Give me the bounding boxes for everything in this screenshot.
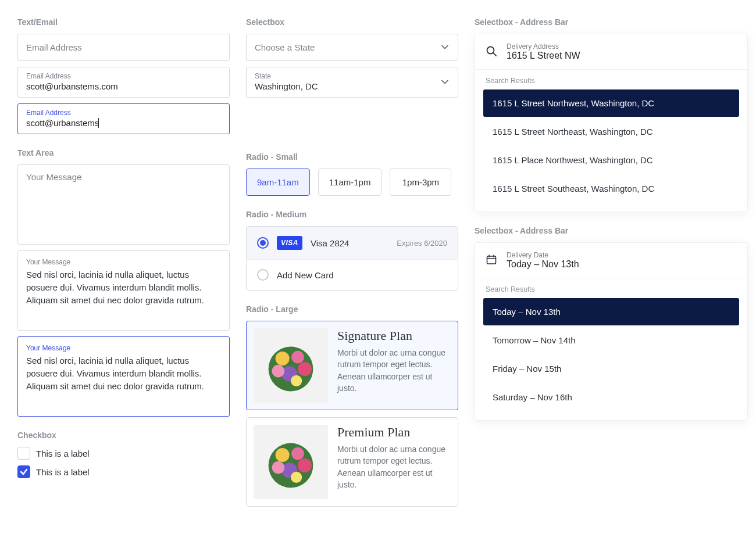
placeholder-text: Email Address [26, 42, 82, 52]
svg-point-2 [291, 351, 304, 364]
svg-point-13 [291, 472, 302, 483]
plan-title: Signature Plan [337, 328, 451, 343]
checkbox-label: This is a label [36, 467, 90, 477]
radio-add-card[interactable]: Add New Card [247, 259, 458, 290]
radio-dot-icon [257, 237, 269, 249]
chevron-down-icon [440, 77, 450, 88]
plan-title: Premium Plan [337, 425, 451, 440]
radio-medium-heading: Radio - Medium [246, 210, 458, 219]
chevron-down-icon [440, 42, 450, 53]
field-value: scott@urbanstems [26, 118, 99, 128]
svg-point-9 [291, 447, 304, 460]
svg-point-1 [276, 352, 290, 365]
radio-plan-signature[interactable]: Signature Plan Morbi ut dolor ac urna co… [246, 321, 458, 410]
field-label: Delivery Date [507, 251, 579, 259]
field-label: Your Message [26, 258, 221, 266]
search-icon [486, 45, 497, 59]
text-cursor [98, 118, 99, 128]
textarea-focused[interactable]: Your Message Sed nisl orci, lacinia id n… [17, 336, 230, 417]
field-value: 1615 L Street NW [507, 51, 580, 61]
field-value: Today – Nov 13th [507, 259, 579, 270]
card-label: Visa 2824 [311, 238, 388, 248]
radio-small-heading: Radio - Small [246, 152, 458, 162]
select-state-empty[interactable]: Choose a State [246, 34, 458, 61]
address-bar-heading: Selectbox - Address Bar [475, 17, 748, 27]
visa-badge-icon: VISA [277, 236, 302, 250]
svg-point-10 [298, 458, 312, 472]
svg-rect-16 [487, 256, 496, 264]
address-result[interactable]: 1615 L Place Northwest, Washington, DC [483, 146, 739, 174]
svg-point-3 [298, 362, 312, 376]
field-value: scott@urbanstems.com [26, 81, 118, 91]
radio-large-heading: Radio - Large [246, 304, 458, 314]
card-expiry: Expires 6/2020 [397, 239, 447, 248]
date-result[interactable]: Today – Nov 13th [483, 298, 739, 325]
field-value: Washington, DC [255, 81, 318, 91]
textarea-heading: Text Area [17, 148, 230, 157]
checkbox-label: This is a label [36, 449, 90, 458]
email-empty-field[interactable]: Email Address [17, 34, 230, 61]
email-filled-field[interactable]: Email Address scott@urbanstems.com [17, 67, 230, 98]
checkbox-unchecked[interactable] [17, 447, 30, 460]
field-label: Delivery Address [507, 42, 580, 51]
radio-time-1[interactable]: 9am-11am [246, 169, 310, 196]
placeholder-text: Your Message [26, 172, 81, 182]
results-heading: Search Results [475, 278, 747, 298]
field-label: Your Message [26, 344, 221, 352]
bouquet-image-icon [254, 425, 328, 499]
radio-card-visa[interactable]: VISA Visa 2824 Expires 6/2020 [247, 227, 458, 259]
add-card-label: Add New Card [277, 270, 447, 280]
radio-dot-icon [257, 269, 269, 281]
svg-line-15 [493, 53, 496, 56]
textarea-filled[interactable]: Your Message Sed nisl orci, lacinia id n… [17, 250, 230, 331]
plan-desc: Morbi ut dolor ac urna congue rutrum tem… [337, 347, 451, 394]
field-value: Sed nisl orci, lacinia id nulla aliquet,… [26, 354, 221, 392]
date-result[interactable]: Saturday – Nov 16th [483, 383, 739, 411]
field-label: Email Address [26, 72, 221, 80]
text-email-heading: Text/Email [17, 17, 230, 27]
address-result[interactable]: 1615 L Street Southeast, Washington, DC [483, 175, 739, 202]
placeholder-text: Choose a State [255, 42, 315, 52]
field-value: Sed nisl orci, lacinia id nulla aliquet,… [26, 268, 221, 306]
calendar-icon [486, 254, 497, 267]
date-search-card: Delivery Date Today – Nov 13th Search Re… [475, 242, 748, 421]
address-result[interactable]: 1615 L Street Northeast, Washington, DC [483, 118, 739, 145]
date-bar-heading: Selectbox - Address Bar [475, 226, 748, 235]
bouquet-image-icon [254, 328, 328, 403]
results-heading: Search Results [475, 70, 747, 89]
svg-point-8 [276, 448, 290, 462]
svg-point-6 [291, 375, 302, 386]
svg-point-12 [272, 461, 285, 474]
date-result[interactable]: Tomorrow – Nov 14th [483, 327, 739, 354]
radio-plan-premium[interactable]: Premium Plan Morbi ut dolor ac urna cong… [246, 417, 458, 507]
radio-time-2[interactable]: 11am-1pm [318, 169, 382, 196]
address-result[interactable]: 1615 L Street Northwest, Washington, DC [483, 89, 739, 117]
field-label: State [255, 72, 433, 80]
svg-point-5 [272, 365, 285, 378]
email-focused-field[interactable]: Email Address scott@urbanstems [17, 103, 230, 134]
checkbox-checked[interactable] [17, 465, 30, 478]
radio-time-3[interactable]: 1pm-3pm [390, 169, 451, 196]
field-label: Email Address [26, 109, 221, 117]
address-input[interactable]: Delivery Address 1615 L Street NW [475, 34, 747, 70]
checkbox-heading: Checkbox [17, 431, 230, 440]
select-state-filled[interactable]: State Washington, DC [246, 67, 458, 98]
plan-desc: Morbi ut dolor ac urna congue rutrum tem… [337, 443, 451, 490]
date-input[interactable]: Delivery Date Today – Nov 13th [475, 243, 747, 278]
textarea-empty[interactable]: Your Message [17, 164, 230, 245]
selectbox-heading: Selectbox [246, 17, 458, 27]
date-result[interactable]: Friday – Nov 15th [483, 355, 739, 382]
address-search-card: Delivery Address 1615 L Street NW Search… [475, 34, 748, 212]
